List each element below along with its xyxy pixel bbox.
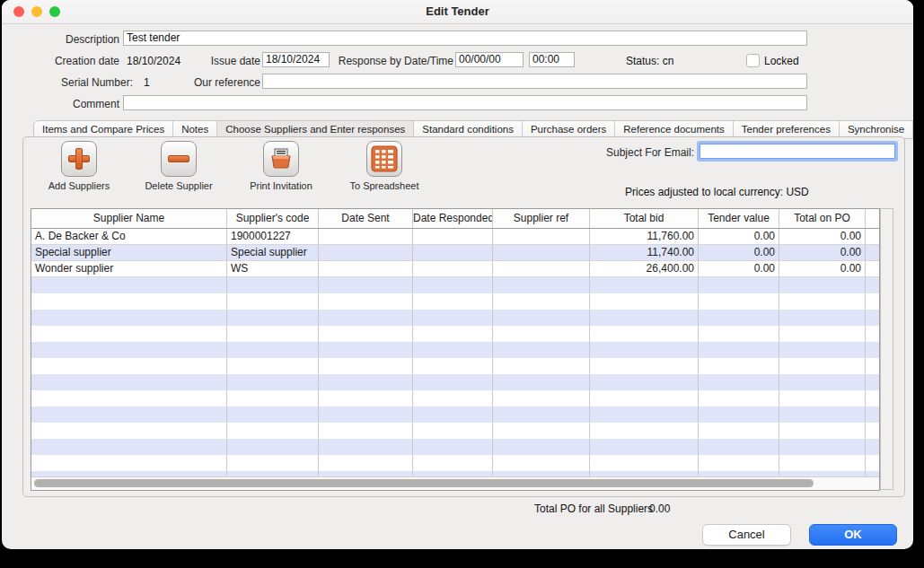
table-cell	[866, 310, 879, 326]
table-cell	[699, 439, 779, 455]
table-empty-row[interactable]	[31, 406, 879, 423]
add-suppliers-label: Add Suppliers	[48, 180, 110, 191]
table-cell	[319, 406, 413, 423]
table-row[interactable]: Wonder supplierWS26,400.000.000.00	[31, 261, 879, 277]
our-reference-input[interactable]	[262, 74, 807, 89]
horizontal-scrollbar[interactable]	[31, 476, 879, 490]
table-row[interactable]: A. De Backer & Co190000122711,760.000.00…	[31, 229, 879, 245]
table-cell	[590, 293, 699, 310]
issue-date-input[interactable]	[262, 52, 330, 67]
table-cell	[866, 439, 879, 455]
locked-checkbox[interactable]	[746, 54, 760, 67]
table-cell	[779, 455, 866, 471]
table-cell: WS	[227, 261, 319, 276]
response-by-time-input[interactable]	[529, 52, 575, 67]
table-cell	[699, 310, 779, 326]
delete-supplier-button[interactable]: Delete Supplier	[131, 141, 226, 197]
table-cell	[493, 310, 590, 326]
ok-button[interactable]: OK	[809, 524, 897, 546]
table-empty-row[interactable]	[31, 342, 879, 358]
delete-minus-icon	[161, 141, 197, 177]
description-label: Description	[33, 33, 119, 46]
table-cell	[319, 423, 413, 439]
table-cell	[227, 374, 319, 390]
subject-for-email-label: Subject For Email:	[600, 146, 694, 159]
table-cell	[590, 439, 699, 455]
table-empty-row[interactable]	[31, 439, 879, 455]
subject-for-email-input[interactable]	[700, 144, 895, 159]
response-by-label: Response by Date/Time	[337, 55, 453, 67]
table-empty-row[interactable]	[31, 455, 879, 471]
column-header-supplier-ref[interactable]: Supplier ref	[493, 209, 590, 228]
table-cell	[779, 342, 866, 358]
table-cell	[31, 455, 227, 471]
table-cell: 26,400.00	[590, 261, 699, 276]
table-cell	[413, 342, 493, 358]
table-cell	[227, 277, 319, 293]
column-header-date-responded[interactable]: Date Responded	[413, 209, 493, 228]
table-cell	[413, 229, 493, 244]
table-empty-row[interactable]	[31, 310, 879, 326]
table-empty-row[interactable]	[31, 390, 879, 406]
description-input[interactable]	[123, 31, 807, 46]
table-cell	[699, 406, 779, 423]
table-empty-row[interactable]	[31, 423, 879, 439]
table-empty-row[interactable]	[31, 374, 879, 390]
comment-input[interactable]	[123, 95, 807, 110]
table-cell	[319, 277, 413, 293]
screenshot-stage: Edit Tender Description Creation date 18…	[0, 0, 924, 568]
table-cell	[590, 390, 699, 406]
table-cell	[779, 406, 866, 423]
table-empty-row[interactable]	[31, 326, 879, 342]
table-cell	[227, 326, 319, 342]
table-cell	[227, 293, 319, 310]
table-cell	[319, 374, 413, 390]
suppliers-table: Supplier NameSupplier's codeDate SentDat…	[31, 208, 880, 491]
table-cell	[413, 406, 493, 423]
to-spreadsheet-button[interactable]: To Spreadsheet	[334, 141, 435, 197]
table-cell	[699, 390, 779, 406]
table-cell	[31, 358, 227, 374]
table-cell	[493, 293, 590, 310]
table-cell	[31, 342, 227, 358]
column-header-tender-value[interactable]: Tender value	[699, 209, 779, 228]
table-cell	[493, 342, 590, 358]
table-cell	[866, 293, 879, 310]
column-header-supplier-name[interactable]: Supplier Name	[31, 209, 227, 228]
response-by-date-input[interactable]	[455, 52, 524, 67]
table-cell	[319, 229, 413, 244]
table-cell	[779, 277, 866, 293]
table-cell	[493, 277, 590, 293]
printer-tray-icon	[263, 141, 299, 177]
table-cell	[413, 310, 493, 326]
table-cell	[31, 390, 227, 406]
table-cell	[866, 261, 879, 276]
cancel-button[interactable]: Cancel	[702, 524, 791, 546]
table-cell	[413, 374, 493, 390]
table-cell	[413, 245, 493, 260]
column-header-date-sent[interactable]: Date Sent	[319, 209, 413, 228]
column-header-total-on-po[interactable]: Total on PO	[779, 209, 866, 228]
to-spreadsheet-label: To Spreadsheet	[349, 180, 418, 191]
column-header-supplier-s-code[interactable]: Supplier's code	[227, 209, 319, 228]
vertical-scrollbar[interactable]	[880, 208, 893, 490]
prices-note: Prices adjusted to local currency: USD	[625, 186, 809, 198]
table-empty-row[interactable]	[31, 293, 879, 310]
horizontal-scrollbar-thumb[interactable]	[34, 479, 814, 487]
table-cell: 1900001227	[227, 229, 319, 244]
table-cell: 0.00	[779, 245, 866, 260]
add-suppliers-button[interactable]: Add Suppliers	[32, 141, 126, 197]
column-header-total-bid[interactable]: Total bid	[590, 209, 699, 228]
creation-date-label: Creation date	[33, 55, 119, 67]
column-header-blank[interactable]	[866, 209, 879, 228]
table-empty-row[interactable]	[31, 358, 879, 374]
table-empty-row[interactable]	[31, 277, 879, 293]
print-invitation-button[interactable]: Print Invitation	[233, 141, 329, 197]
table-row[interactable]: Special supplierSpecial supplier11,740.0…	[31, 245, 879, 261]
serial-number-value: 1	[144, 76, 150, 89]
status-value: Status: cn	[626, 55, 673, 67]
table-cell	[31, 326, 227, 342]
table-cell	[866, 342, 879, 358]
add-plus-icon	[61, 141, 97, 177]
table-cell	[866, 326, 879, 342]
